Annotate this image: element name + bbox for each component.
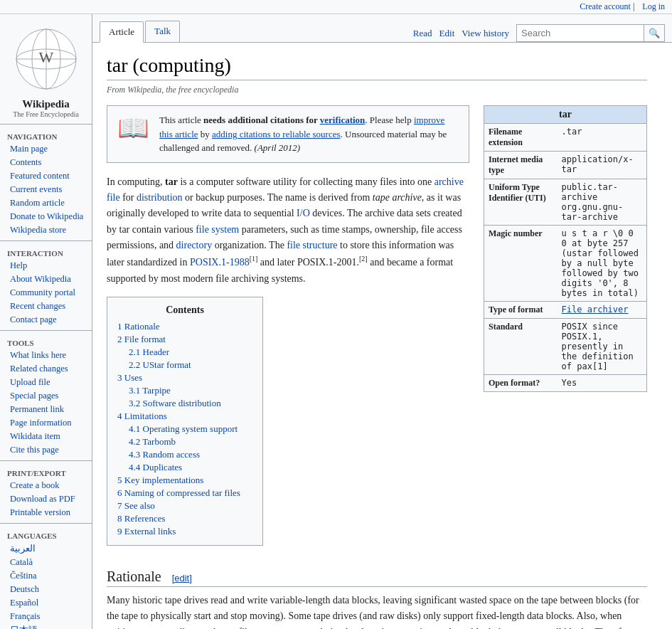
- infobox-value: .tar: [558, 124, 646, 152]
- contents-link[interactable]: 7 See also: [117, 500, 155, 511]
- contents-item: 3 Uses: [117, 371, 252, 384]
- language-link[interactable]: Deutsch: [0, 583, 92, 596]
- sidebar-link-help[interactable]: Help: [0, 259, 92, 273]
- citations-link[interactable]: adding citations to reliable sources: [212, 129, 341, 139]
- infobox-table: Filename extension.tarInternet media typ…: [484, 123, 646, 391]
- contents-link[interactable]: 4 Limitations: [117, 411, 167, 421]
- contents-link[interactable]: 2 File format: [117, 334, 166, 344]
- tab-view-history[interactable]: View history: [462, 28, 509, 39]
- contents-item: 5 Key implementations: [117, 474, 252, 487]
- sidebar-link-printable-version[interactable]: Printable version: [0, 506, 92, 519]
- sidebar-link-what-links-here[interactable]: What links here: [0, 349, 92, 362]
- directory-link[interactable]: directory: [176, 240, 213, 250]
- sidebar-link-special-pages[interactable]: Special pages: [0, 389, 92, 403]
- create-account-link[interactable]: Create account: [580, 1, 631, 11]
- distribution-link[interactable]: distribution: [137, 192, 183, 203]
- sidebar-link-random-article[interactable]: Random article: [0, 196, 92, 210]
- io-link[interactable]: I/O: [297, 208, 310, 218]
- rationale-edit-link[interactable]: [edit]: [172, 573, 192, 583]
- sidebar-link-current-events[interactable]: Current events: [0, 183, 92, 196]
- log-in-link[interactable]: Log in: [642, 1, 665, 11]
- infobox-row: Open format?Yes: [484, 375, 646, 392]
- language-link[interactable]: Français: [0, 610, 92, 623]
- language-link[interactable]: العربية: [0, 541, 92, 556]
- contents-link[interactable]: 2.2 UStar format: [129, 359, 191, 370]
- infobox-value: Yes: [558, 375, 646, 392]
- wiki-logo: W: [0, 20, 92, 98]
- language-link[interactable]: Català: [0, 556, 92, 569]
- tab-bar: Article Talk Read Edit View history 🔍: [92, 14, 672, 43]
- contents-link[interactable]: 3.1 Tarpipe: [129, 385, 171, 396]
- top-bar: Create account | Log in: [0, 0, 672, 14]
- language-link[interactable]: Español: [0, 596, 92, 610]
- contents-link[interactable]: 1 Rationale: [117, 321, 160, 332]
- tab-talk[interactable]: Talk: [145, 21, 180, 42]
- contents-item: 2.1 Header: [129, 346, 252, 359]
- languages-section-title: Languages: [0, 527, 92, 541]
- wiki-wordmark: Wikipedia: [0, 98, 92, 110]
- contents-link[interactable]: 5 Key implementations: [117, 475, 203, 485]
- sidebar-link-recent-changes[interactable]: Recent changes: [0, 300, 92, 313]
- sidebar-link-wikidata-item[interactable]: Wikidata item: [0, 430, 92, 443]
- contents-item: 4.3 Random access: [129, 448, 252, 461]
- contents-link[interactable]: 4.2 Tarbomb: [129, 436, 176, 447]
- contents-link[interactable]: 3.2 Software distribution: [129, 398, 221, 408]
- sidebar-link-contact-page[interactable]: Contact page: [0, 313, 92, 327]
- sidebar-link-community-portal[interactable]: Community portal: [0, 286, 92, 300]
- language-link[interactable]: Čeština: [0, 569, 92, 583]
- verification-link[interactable]: verification: [320, 115, 366, 125]
- sidebar-link-donate-to-wikipedia[interactable]: Donate to Wikipedia: [0, 210, 92, 223]
- contents-item: 4 Limitations: [117, 410, 252, 423]
- sidebar-link-contents[interactable]: Contents: [0, 156, 92, 169]
- filesystem-link[interactable]: file system: [196, 224, 239, 235]
- contents-link[interactable]: 6 Naming of compressed tar files: [117, 487, 240, 498]
- infobox-label: Type of format: [484, 302, 558, 319]
- tab-edit[interactable]: Edit: [439, 28, 455, 39]
- interaction-section-title: Interaction: [0, 245, 92, 259]
- posix-link[interactable]: POSIX.1-1988: [190, 257, 250, 268]
- infobox-row: Type of formatFile archiver: [484, 302, 646, 319]
- sidebar-link-page-information[interactable]: Page information: [0, 416, 92, 430]
- infobox-value: public.tar-archive org.gnu.gnu-tar-archi…: [558, 179, 646, 226]
- sidebar-link-wikipedia-store[interactable]: Wikipedia store: [0, 223, 92, 237]
- contents-link[interactable]: 8 References: [117, 513, 166, 524]
- file-structure-link[interactable]: file structure: [287, 240, 337, 250]
- contents-link[interactable]: 4.1 Operating system support: [129, 423, 238, 434]
- contents-link[interactable]: 2.1 Header: [129, 347, 169, 357]
- infobox-value: POSIX since POSIX.1, presently in the de…: [558, 319, 646, 375]
- file-archiver-link[interactable]: File archiver: [562, 305, 629, 314]
- rationale-text: Many historic tape drives read and write…: [107, 593, 647, 629]
- sidebar-link-about-wikipedia[interactable]: About Wikipedia: [0, 273, 92, 286]
- contents-item: 2 File format: [117, 333, 252, 346]
- infobox-label: Filename extension: [484, 124, 558, 152]
- tab-article[interactable]: Article: [100, 21, 144, 43]
- search-form: 🔍: [516, 24, 665, 42]
- infobox-row: Internet media typeapplication/x-tar: [484, 152, 646, 179]
- contents-item: 8 References: [117, 512, 252, 525]
- sidebar: W Wikipedia The Free Encyclopedia Naviga…: [0, 14, 92, 629]
- sidebar-link-main-page[interactable]: Main page: [0, 142, 92, 156]
- tab-read[interactable]: Read: [413, 28, 432, 39]
- search-button[interactable]: 🔍: [644, 24, 665, 42]
- infobox: tar Filename extension.tarInternet media…: [484, 105, 647, 392]
- infobox-value: application/x-tar: [558, 152, 646, 179]
- contents-link[interactable]: 3 Uses: [117, 372, 142, 383]
- sidebar-link-download-as-pdf[interactable]: Download as PDF: [0, 492, 92, 506]
- language-link[interactable]: 日本語: [0, 623, 92, 629]
- contents-item: 1 Rationale: [117, 320, 252, 333]
- sidebar-link-permanent-link[interactable]: Permanent link: [0, 403, 92, 416]
- sidebar-link-upload-file[interactable]: Upload file: [0, 376, 92, 389]
- contents-link[interactable]: 4.4 Duplicates: [129, 462, 182, 472]
- sidebar-link-create-a-book[interactable]: Create a book: [0, 479, 92, 492]
- infobox-label: Internet media type: [484, 152, 558, 179]
- infobox-row: Uniform Type Identifier (UTI)public.tar-…: [484, 179, 646, 226]
- search-input[interactable]: [516, 24, 644, 42]
- contents-link[interactable]: 4.3 Random access: [129, 449, 200, 460]
- contents-item: 4.4 Duplicates: [129, 461, 252, 474]
- citation-box: 📖 This article needs additional citation…: [107, 105, 469, 163]
- contents-link[interactable]: 9 External links: [117, 526, 176, 536]
- print-links: Create a bookDownload as PDFPrintable ve…: [0, 479, 92, 519]
- sidebar-link-related-changes[interactable]: Related changes: [0, 362, 92, 376]
- sidebar-link-featured-content[interactable]: Featured content: [0, 169, 92, 183]
- sidebar-link-cite-this-page[interactable]: Cite this page: [0, 443, 92, 457]
